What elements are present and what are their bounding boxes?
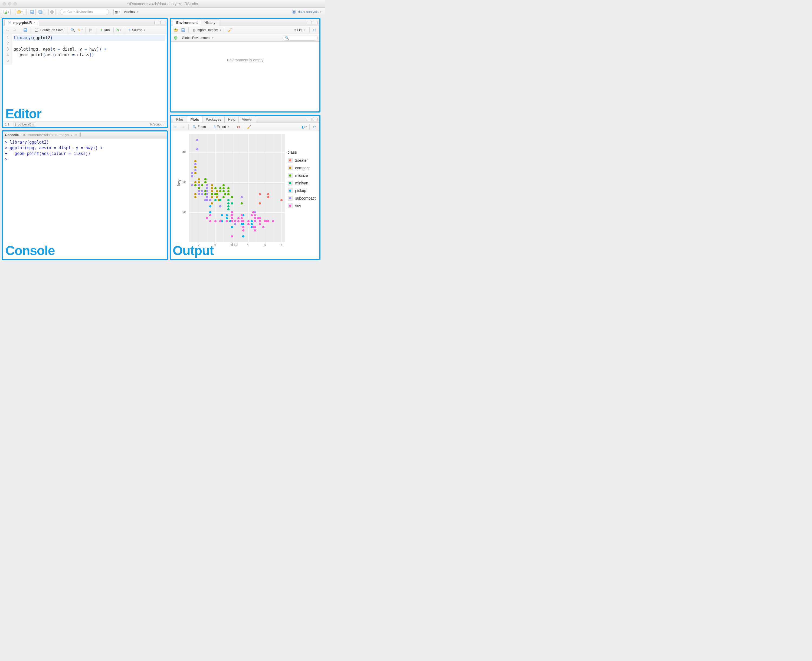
save-workspace-icon[interactable]	[180, 27, 186, 33]
svg-rect-4	[51, 11, 53, 12]
addins-menu[interactable]: Addins	[122, 9, 140, 15]
remove-plot-icon[interactable]: ⊘	[235, 124, 242, 130]
svg-text:R: R	[293, 11, 295, 14]
wand-icon[interactable]: ✎	[77, 27, 83, 33]
refresh-icon[interactable]: ⟳	[312, 27, 318, 33]
tab-help[interactable]: Help	[224, 116, 239, 123]
language-selector[interactable]: R Script ⇅	[150, 123, 165, 126]
code-editor[interactable]: 12345 library(ggplot2) ggplot(mpg, aes(x…	[3, 34, 167, 65]
grid-view-button[interactable]: ▦▾	[114, 9, 121, 15]
arrow-icon[interactable]: ➦	[74, 133, 77, 137]
rerun-icon[interactable]: ↻	[116, 27, 122, 33]
data-point	[209, 220, 211, 222]
notebook-icon[interactable]: ▤	[88, 27, 94, 33]
zoom-dot[interactable]	[14, 2, 17, 5]
forward-arrow-icon[interactable]: ⇨	[12, 27, 18, 33]
data-point	[216, 193, 218, 195]
save-button[interactable]	[29, 9, 36, 15]
data-point	[227, 199, 229, 201]
data-point	[240, 202, 243, 204]
env-search[interactable]: 🔍	[283, 35, 318, 41]
data-point	[191, 184, 193, 186]
zoom-button[interactable]: 🔍Zoom	[191, 124, 208, 130]
maximize-pane-icon[interactable]	[80, 133, 81, 137]
cursor-position: 1:1	[5, 123, 10, 126]
tab-files[interactable]: Files	[173, 116, 187, 123]
data-point	[231, 214, 233, 216]
clear-all-plots-icon[interactable]: 🧹	[246, 124, 252, 130]
minimize-dot[interactable]	[8, 2, 11, 5]
zoom-icon: 🔍	[192, 125, 197, 129]
data-point	[194, 181, 197, 184]
data-point	[191, 172, 193, 174]
console-title: Console	[5, 133, 19, 137]
console-body[interactable]: > library(ggplot2) > ggplot(mpg, aes(x =…	[3, 139, 167, 163]
import-dataset-button[interactable]: ▦Import Dataset	[191, 27, 223, 33]
run-button[interactable]: ➔Run	[98, 27, 111, 33]
data-point	[206, 217, 208, 219]
export-button[interactable]: ⎘Export	[212, 124, 231, 130]
save-icon[interactable]	[22, 27, 29, 33]
list-view-button[interactable]: ≡List	[293, 27, 307, 33]
source-on-save-checkbox[interactable]: Source on Save	[33, 27, 65, 33]
window-title: ~/Documents/r4ds/data-analysis - RStudio	[0, 2, 325, 6]
env-scope-selector[interactable]: Global Environment	[180, 35, 215, 41]
export-icon: ⎘	[214, 125, 216, 129]
next-plot-icon[interactable]: ⇨	[180, 124, 186, 130]
prev-plot-icon[interactable]: ⇦	[173, 124, 179, 130]
print-button[interactable]	[48, 9, 56, 15]
refresh-plot-icon[interactable]: ⟳	[312, 124, 318, 130]
publish-icon[interactable]: ◐	[301, 124, 307, 130]
caret-icon: ▾	[21, 11, 23, 13]
save-all-button[interactable]	[37, 9, 44, 15]
close-tab-icon[interactable]: ×	[34, 21, 35, 25]
minimize-pane-icon[interactable]	[307, 21, 312, 24]
editor-pane: R mpg-plot.R × ⇦ ⇨ Source on Save 🔍 ✎	[2, 18, 168, 128]
data-point	[227, 193, 229, 195]
source-button[interactable]: ➔Source	[127, 27, 147, 33]
svg-text:R: R	[9, 22, 10, 24]
project-selector[interactable]: R data-analysis ▾	[292, 10, 323, 14]
tab-packages[interactable]: Packages	[202, 116, 225, 123]
minimize-pane-icon[interactable]	[154, 21, 159, 24]
pane-window-controls	[307, 21, 318, 24]
import-icon: ▦	[192, 28, 195, 32]
scope-selector[interactable]: (Top Level) ⇅	[13, 122, 36, 126]
data-point	[234, 220, 236, 222]
data-point	[215, 220, 216, 222]
tab-plots[interactable]: Plots	[187, 116, 202, 123]
find-icon[interactable]: 🔍	[70, 27, 75, 33]
tab-environment[interactable]: Environment	[173, 19, 201, 26]
editor-tab[interactable]: R mpg-plot.R ×	[4, 19, 39, 26]
data-point	[206, 184, 208, 186]
tab-viewer[interactable]: Viewer	[239, 116, 256, 123]
data-point	[198, 184, 200, 186]
data-point	[194, 163, 197, 165]
env-empty-message: Environment is empty	[171, 42, 319, 62]
line-gutter: 12345	[3, 34, 12, 65]
maximize-pane-icon[interactable]	[313, 118, 318, 121]
legend-item-pickup: pickup	[288, 187, 316, 195]
maximize-pane-icon[interactable]	[313, 21, 318, 24]
load-workspace-icon[interactable]	[173, 27, 179, 33]
legend-title: class	[288, 150, 316, 155]
env-scope-bar: Global Environment 🔍	[171, 34, 319, 42]
maximize-pane-icon[interactable]	[160, 21, 165, 24]
back-arrow-icon[interactable]: ⇦	[4, 27, 10, 33]
tab-history[interactable]: History	[201, 19, 219, 26]
open-file-button[interactable]: ▾	[15, 9, 24, 15]
code-content[interactable]: library(ggplot2) ggplot(mpg, aes(x = dis…	[12, 34, 167, 65]
caret-icon: ▾	[320, 11, 322, 13]
data-point	[231, 220, 233, 222]
x-tick: 3	[215, 243, 216, 247]
clear-workspace-icon[interactable]: 🧹	[227, 27, 233, 33]
data-point	[191, 175, 193, 177]
separator	[111, 9, 111, 15]
data-point	[211, 184, 213, 186]
goto-file-function[interactable]: ➦ Go to file/function	[60, 9, 109, 15]
data-point	[223, 190, 225, 192]
data-point	[223, 184, 225, 186]
close-dot[interactable]	[3, 2, 6, 5]
new-file-button[interactable]: ▾	[2, 9, 11, 15]
minimize-pane-icon[interactable]	[307, 118, 312, 121]
